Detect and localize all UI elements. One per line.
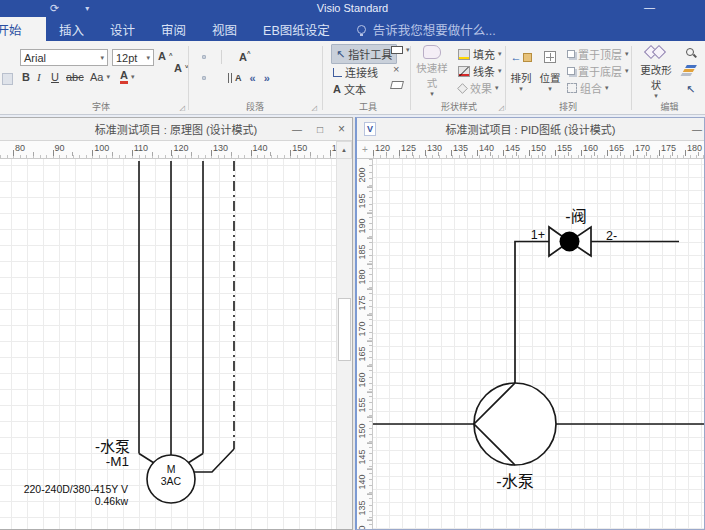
voltage-label[interactable]: 220-240D/380-415Y V	[24, 483, 128, 495]
tab-review[interactable]: 审阅	[148, 17, 199, 41]
ruler-tick: 140	[477, 141, 503, 156]
shape-styles-dialog-launcher-icon[interactable]: ◿	[499, 104, 504, 112]
send-to-back-label: 置于底层	[578, 63, 622, 79]
font-family-value: Arial	[24, 52, 46, 64]
position-button[interactable]: 位置 ▾	[536, 44, 564, 98]
align-bottom-icon[interactable]	[210, 55, 214, 59]
decrease-indent-icon[interactable]: «	[248, 70, 258, 86]
bold-button[interactable]: B	[22, 71, 30, 83]
pump-label[interactable]: -水泵	[95, 438, 130, 455]
font-dialog-launcher-icon[interactable]: ◿	[180, 104, 185, 112]
window-minimize-button[interactable]: —	[292, 124, 302, 135]
font-family-combo[interactable]: Arial ▾	[20, 49, 108, 66]
edit-group: 更改形状 ▾ ↖ 编辑	[634, 41, 705, 114]
app-minimize-button[interactable]: —	[644, 1, 655, 13]
pointer-tool-button[interactable]: ↖ 指针工具	[331, 44, 397, 64]
freeform-tool-button[interactable]	[391, 81, 403, 89]
tell-me-box[interactable]: 告诉我您想要做什么...	[357, 17, 496, 41]
tab-design[interactable]: 设计	[97, 17, 148, 41]
align-left-icon[interactable]	[194, 76, 198, 80]
character-spacing-icon[interactable]: A˄	[237, 49, 252, 65]
window-close-button[interactable]: ×	[338, 122, 345, 136]
format-painter-icon[interactable]	[2, 73, 13, 85]
italic-button[interactable]: I	[37, 71, 41, 83]
increase-indent-icon[interactable]: »	[262, 70, 272, 86]
group-label: 组合	[580, 80, 602, 96]
text-direction-icon[interactable]: A	[226, 71, 244, 85]
effects-button[interactable]: 效果 ▾	[458, 80, 499, 96]
quick-styles-icon	[423, 45, 441, 59]
quick-styles-button[interactable]: 快速样式 ▾	[415, 44, 449, 98]
fill-label: 填充	[473, 46, 495, 62]
send-to-back-button[interactable]: 置于底层 ▾	[567, 63, 629, 79]
phase-line-1-elbow[interactable]	[139, 454, 154, 464]
pipe-valve-to-pump[interactable]	[515, 242, 549, 384]
valve-label[interactable]: -阀	[565, 208, 586, 225]
align-center-icon[interactable]	[202, 76, 206, 80]
bullets-icon[interactable]	[229, 55, 233, 59]
pump-circle[interactable]	[474, 383, 556, 465]
tab-eb-sheet-settings[interactable]: EB图纸设定	[250, 17, 343, 41]
schematic-document-window: 标准测试项目 : 原理图 (设计模式) — □ × 80901001101201…	[0, 117, 353, 530]
schematic-vertical-scrollbar[interactable]	[336, 159, 352, 529]
bring-to-front-button[interactable]: 置于顶层 ▾	[567, 46, 629, 62]
power-label[interactable]: 0.46kw	[95, 495, 129, 507]
line-button[interactable]: 线条 ▾	[458, 63, 502, 79]
strikethrough-button[interactable]: abc	[66, 71, 84, 83]
rectangle-tool-button[interactable]: ▾	[391, 46, 410, 54]
ruler-tick: 170	[357, 316, 373, 342]
motor-m-text[interactable]: M	[167, 463, 176, 475]
ruler-tick: 175	[357, 290, 373, 316]
ruler-tick: 135	[357, 495, 373, 521]
group-button[interactable]: 组合 ▾	[567, 80, 609, 96]
pe-line-elbow[interactable]	[194, 449, 234, 472]
change-shape-label: 更改形状	[636, 62, 676, 92]
layers-button[interactable]	[686, 65, 696, 76]
scroll-up-button[interactable]: ▲	[336, 141, 352, 159]
pump-label[interactable]: -水泵	[496, 473, 533, 490]
connector-tool-button[interactable]: 连接线	[333, 64, 378, 80]
send-to-back-icon	[567, 67, 575, 75]
paragraph-group-label: 段落	[192, 100, 318, 113]
schematic-canvas[interactable]: M 3AC -水泵 -M1 220-240D/380-415Y V 0.46kw	[0, 159, 336, 529]
font-size-combo[interactable]: 12pt ▾	[112, 49, 154, 66]
align-right-icon[interactable]	[210, 76, 214, 80]
tab-home[interactable]: 开始	[0, 17, 46, 41]
arrange-group: ← 排列 ▾ 位置 ▾ 置于顶层 ▾ 置于底层 ▾ 组合	[507, 41, 629, 114]
schematic-horizontal-ruler: 8090100110120130140150160	[0, 141, 336, 159]
text-tool-button[interactable]: A 文本	[333, 81, 366, 97]
valve-port1-label[interactable]: 1+	[531, 228, 545, 242]
pid-canvas[interactable]: -阀 1+ 2- -水泵	[373, 159, 704, 529]
valve-center-dot[interactable]	[560, 232, 580, 252]
tab-insert[interactable]: 插入	[46, 17, 97, 41]
justify-icon[interactable]	[218, 76, 222, 80]
rectangle-icon	[391, 46, 403, 54]
scrollbar-thumb[interactable]	[338, 298, 351, 361]
ruler-tick: 125	[399, 141, 425, 156]
font-color-button[interactable]: A ▾	[120, 70, 134, 84]
connection-point-button[interactable]: ×	[393, 63, 399, 75]
find-button[interactable]	[686, 48, 694, 56]
motor-ref-label[interactable]: -M1	[106, 454, 129, 469]
select-button[interactable]: ↖	[686, 83, 695, 96]
window-maximize-button[interactable]: □	[317, 124, 323, 135]
chevron-down-icon: ▾	[625, 50, 629, 58]
pid-window-title: 标准测试项目 : PID图纸 (设计模式)	[357, 118, 704, 141]
paragraph-dialog-launcher-icon[interactable]: ◿	[312, 104, 317, 112]
tab-view[interactable]: 视图	[199, 17, 250, 41]
underline-button[interactable]: U	[51, 71, 59, 83]
fill-button[interactable]: 填充 ▾	[458, 46, 502, 62]
change-case-button[interactable]: Aa ▾	[90, 71, 110, 83]
window-minimize-button[interactable]: —	[692, 124, 702, 135]
valve-port2-label[interactable]: 2-	[606, 229, 617, 243]
align-top-icon[interactable]	[194, 55, 198, 59]
tell-me-label: 告诉我您想要做什么...	[373, 20, 496, 39]
align-middle-icon[interactable]	[202, 55, 206, 59]
tools-group: ↖ 指针工具 ▾ 连接线 × A 文本 工具	[327, 41, 409, 114]
change-case-label: Aa	[90, 71, 103, 83]
motor-type-text[interactable]: 3AC	[161, 475, 182, 487]
phase-line-3-elbow[interactable]	[188, 454, 203, 464]
change-shape-button[interactable]: 更改形状 ▾	[636, 44, 676, 98]
schematic-title-text: 标准测试项目 : 原理图 (设计模式)	[95, 121, 258, 137]
arrange-button[interactable]: ← 排列 ▾	[507, 44, 535, 98]
